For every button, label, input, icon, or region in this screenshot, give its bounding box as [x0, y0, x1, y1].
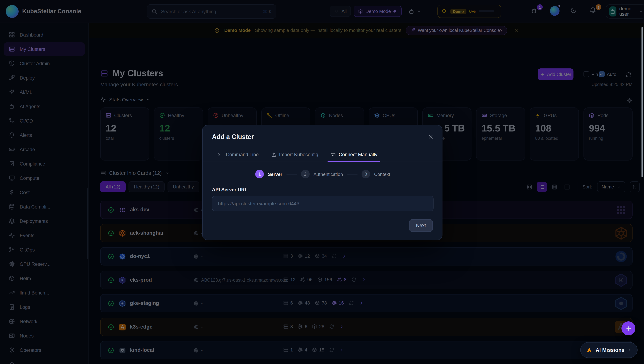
step-server-label: Server	[268, 171, 282, 177]
api-server-url-label: API Server URL	[212, 187, 248, 192]
app-root: KubeStellar Console ⌘ K All Demo Mode De…	[0, 0, 644, 364]
next-button[interactable]: Next	[409, 219, 433, 232]
step-1-circle: 1	[255, 170, 264, 178]
step-authentication-label: Authentication	[314, 171, 343, 177]
card-icon	[330, 152, 336, 157]
ai-missions-logo-icon	[586, 347, 592, 353]
chevron-right-icon	[628, 348, 632, 352]
next-label: Next	[416, 223, 426, 228]
modal-tab-command-line[interactable]: Command Line	[217, 148, 259, 162]
terminal-icon	[218, 152, 223, 157]
step-connector	[347, 174, 358, 174]
modal-title: Add a Cluster	[212, 133, 254, 141]
step-connector	[286, 174, 297, 174]
plus-icon	[625, 325, 632, 331]
ai-missions-label: AI Missions	[596, 347, 624, 353]
modal-tabs: Command LineImport KubeconfigConnect Man…	[202, 148, 443, 162]
add-cluster-modal: Add a Cluster Command LineImport Kubecon…	[202, 125, 442, 240]
modal-tab-connect-manually[interactable]: Connect Manually	[330, 148, 378, 162]
modal-stepper: 1Server2Authentication3Context	[202, 170, 443, 178]
api-server-url-input[interactable]	[212, 196, 434, 211]
modal-close-icon[interactable]	[428, 134, 434, 140]
ai-missions-button[interactable]: AI Missions	[580, 342, 638, 358]
upload-icon	[271, 152, 276, 157]
tab-label: Import Kubeconfig	[279, 152, 318, 157]
floating-add-button[interactable]	[622, 321, 636, 335]
modal-tab-import-kubeconfig[interactable]: Import Kubeconfig	[270, 148, 319, 162]
step-2-circle: 2	[301, 170, 310, 178]
step-3-circle: 3	[362, 170, 370, 178]
step-context-label: Context	[374, 171, 390, 177]
tab-label: Connect Manually	[339, 152, 377, 157]
tab-label: Command Line	[226, 152, 259, 157]
page-scrollbar[interactable]	[642, 27, 643, 177]
